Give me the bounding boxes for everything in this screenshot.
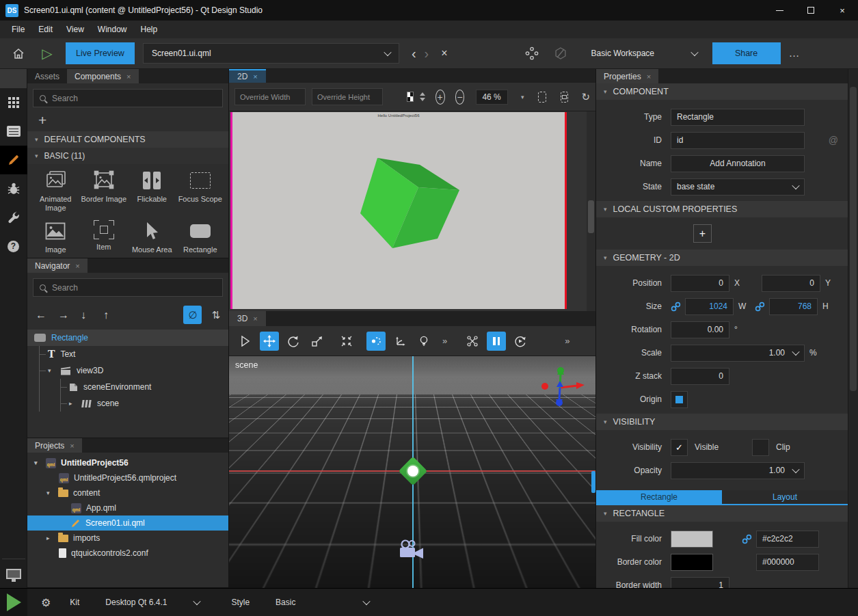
menu-view[interactable]: View <box>60 22 90 37</box>
chevron-down-icon[interactable] <box>193 598 201 605</box>
position-x-input[interactable]: 0 <box>671 275 729 292</box>
navigator-search[interactable] <box>33 278 223 297</box>
rotation-input[interactable]: 0.00 <box>671 321 729 338</box>
close-icon[interactable]: × <box>253 314 257 323</box>
component-flickable[interactable]: Flickable <box>128 170 176 212</box>
link-icon[interactable] <box>671 302 681 312</box>
local-orientation-toggle[interactable] <box>366 332 386 351</box>
edit-mode-button[interactable] <box>0 117 27 146</box>
minimize-button[interactable] <box>764 0 795 21</box>
section-geometry[interactable]: ▾ GEOMETRY - 2D <box>596 250 848 266</box>
toolbar-overflow2-button[interactable]: » <box>565 336 569 346</box>
nav-item-text[interactable]: T Text <box>40 346 228 362</box>
reverse-order-button[interactable]: ⇅ <box>211 309 220 321</box>
design-mode-button[interactable] <box>0 146 27 174</box>
style-selector[interactable]: Basic <box>276 598 295 607</box>
home-button[interactable] <box>8 43 29 64</box>
zoom-in-button[interactable]: + <box>435 90 445 105</box>
menu-help[interactable]: Help <box>135 22 164 37</box>
menu-file[interactable]: File <box>5 22 31 37</box>
back-button[interactable]: ‹ <box>412 46 416 60</box>
background-color-swatch[interactable] <box>407 92 414 102</box>
component-border-image[interactable]: Border Image <box>80 170 129 212</box>
section-default-components[interactable]: ▾ DEFAULT COMPONENTS <box>27 131 228 148</box>
live-preview-button[interactable]: Live Preview <box>66 42 135 64</box>
maximize-button[interactable] <box>795 0 827 21</box>
section-visibility[interactable]: ▾ VISIBILITY <box>596 414 848 430</box>
tab-2d[interactable]: 2D × <box>229 69 266 83</box>
component-focus-scope[interactable]: Focus Scope <box>176 170 225 212</box>
viewport-scroll-thumb[interactable] <box>591 471 595 493</box>
project-file-screen01[interactable]: Screen01.ui.qml <box>27 515 228 531</box>
move-down-button[interactable]: ↓ <box>81 309 103 321</box>
close-icon[interactable]: × <box>647 72 651 81</box>
position-y-input[interactable]: 0 <box>762 275 820 292</box>
link-icon[interactable] <box>755 302 765 312</box>
add-module-button[interactable]: + <box>38 113 228 127</box>
share-button[interactable]: Share <box>712 42 781 64</box>
scrollbar-thumb[interactable] <box>588 200 594 233</box>
close-icon[interactable]: × <box>75 262 79 270</box>
canvas-vertical-scrollbar[interactable] <box>587 111 595 311</box>
close-icon[interactable]: × <box>70 442 74 450</box>
camera-loop-button[interactable] <box>511 332 530 351</box>
zstack-input[interactable]: 0 <box>671 368 729 385</box>
scrollbar-thumb[interactable] <box>850 87 857 391</box>
view-orientation-gizmo[interactable] <box>539 366 585 410</box>
components-search-input[interactable] <box>52 94 216 103</box>
height-input[interactable]: 768 <box>769 298 818 315</box>
global-axes-button[interactable] <box>390 332 410 351</box>
design-canvas[interactable]: Hello UntitledProject56 <box>230 112 567 309</box>
tab-navigator[interactable]: Navigator × <box>27 258 88 273</box>
component-item[interactable]: Item <box>80 220 129 254</box>
project-qmlproject-file[interactable]: qml UntitledProject56.qmlproject <box>27 470 228 485</box>
close-icon[interactable]: × <box>126 72 131 81</box>
menu-window[interactable]: Window <box>92 22 133 37</box>
link-icon[interactable] <box>742 534 752 544</box>
nav-item-rectangle[interactable]: Rectangle <box>27 330 228 346</box>
expander-down-icon[interactable]: ▾ <box>46 490 53 496</box>
project-folder-content[interactable]: ▾ content <box>27 485 228 500</box>
component-rectangle[interactable]: Rectangle <box>176 220 225 254</box>
section-custom-properties[interactable]: ▾ LOCAL CUSTOM PROPERTIES <box>596 201 848 217</box>
scale-tool-button[interactable] <box>308 332 327 351</box>
forward-button[interactable]: › <box>425 46 429 60</box>
reset-view-button[interactable]: ↻ <box>581 91 590 103</box>
show-invisible-toggle[interactable]: ∅ <box>183 306 202 324</box>
workspace-selector[interactable]: Basic Workspace <box>585 43 704 64</box>
section-basic[interactable]: ▾ BASIC (11) <box>27 148 228 164</box>
border-color-hex-input[interactable]: #000000 <box>756 554 819 571</box>
open-file-selector[interactable]: Screen01.ui.qml <box>143 43 399 64</box>
toolbar-overflow-button[interactable]: » <box>442 336 447 346</box>
nav-item-scene[interactable]: ▸ scene <box>61 395 228 412</box>
zoom-level-field[interactable]: 46 % <box>476 90 507 105</box>
fit-selected-button[interactable] <box>337 332 356 351</box>
id-field[interactable]: id <box>671 132 805 149</box>
kit-selector[interactable]: Desktop Qt 6.4.1 <box>105 598 167 607</box>
multi-selection-button[interactable] <box>463 332 482 351</box>
add-custom-property-button[interactable]: + <box>693 224 712 243</box>
move-tool-button[interactable] <box>260 332 279 351</box>
nav-item-view3d[interactable]: ▾ view3D <box>40 362 228 379</box>
run-project-button[interactable]: ▷ <box>37 43 57 64</box>
tab-properties[interactable]: Properties × <box>596 69 658 83</box>
fill-color-swatch[interactable] <box>671 531 713 548</box>
subtab-rectangle[interactable]: Rectangle <box>596 490 722 504</box>
project-file-app-qml[interactable]: qml App.qml <box>27 500 228 515</box>
move-left-button[interactable]: ← <box>36 309 58 321</box>
component-mouse-area[interactable]: Mouse Area <box>128 220 176 254</box>
close-document-button[interactable]: × <box>441 48 447 59</box>
subtab-layout[interactable]: Layout <box>722 490 848 504</box>
fill-color-hex-input[interactable]: #c2c2c2 <box>756 531 819 548</box>
tab-components[interactable]: Components × <box>67 69 138 83</box>
expander-right-icon[interactable]: ▸ <box>46 535 53 541</box>
visible-checkbox[interactable]: ✓ <box>671 439 688 456</box>
tab-projects[interactable]: Projects × <box>27 438 82 453</box>
components-search[interactable] <box>33 89 223 107</box>
move-up-button[interactable]: ↑ <box>103 309 126 321</box>
nav-item-scene-environment[interactable]: sceneEnvironment <box>61 379 228 395</box>
export-alias-icon[interactable]: @ <box>829 135 838 146</box>
section-component[interactable]: ▾ COMPONENT <box>596 83 848 100</box>
project-folder-imports[interactable]: ▸ imports <box>27 531 228 546</box>
welcome-mode-button[interactable] <box>0 88 27 117</box>
